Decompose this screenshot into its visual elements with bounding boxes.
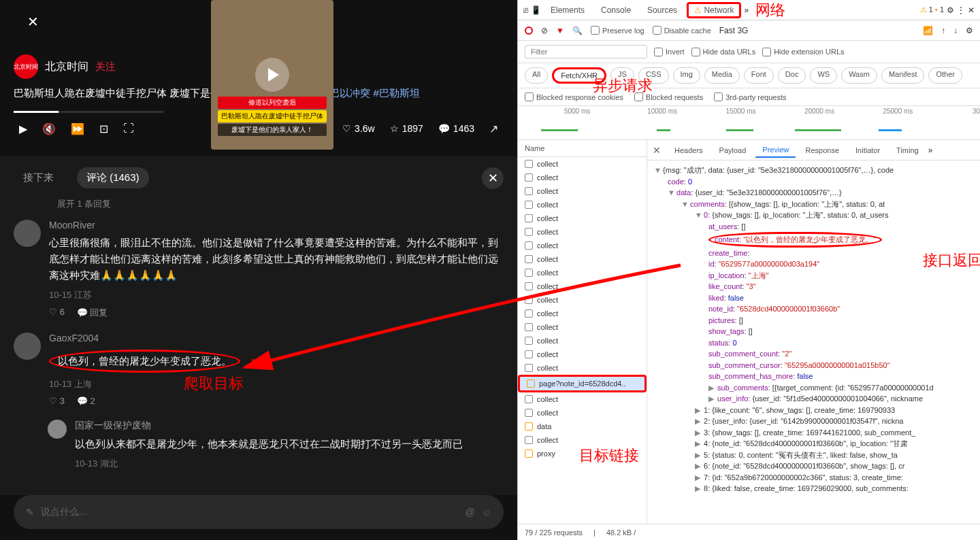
third-party[interactable]: 3rd-party requests bbox=[714, 92, 786, 101]
dock-icon[interactable]: ⋮ bbox=[957, 5, 965, 15]
tab-preview[interactable]: Preview bbox=[755, 143, 796, 158]
at-icon[interactable]: @ bbox=[465, 507, 474, 518]
comment-author[interactable]: MoonRiver bbox=[49, 220, 504, 231]
close-detail[interactable]: ✕ bbox=[653, 145, 665, 156]
request-row[interactable]: collect bbox=[518, 348, 647, 361]
chip-ws[interactable]: WS bbox=[810, 67, 837, 84]
tab-elements[interactable]: Elements bbox=[544, 3, 591, 18]
device-icon[interactable]: 📱 bbox=[531, 5, 541, 15]
inspect-icon[interactable]: ⎚ bbox=[523, 5, 528, 15]
settings-icon[interactable]: ⚙ bbox=[947, 5, 954, 15]
emoji-icon[interactable]: ☺ bbox=[482, 507, 491, 518]
expand-replies[interactable]: 展开 1 条回复 bbox=[57, 198, 504, 210]
avatar[interactable] bbox=[14, 220, 41, 247]
pip-icon[interactable]: ⊡ bbox=[99, 122, 108, 135]
like-button[interactable]: ♡ 6 bbox=[49, 307, 65, 319]
request-row[interactable]: collect bbox=[518, 361, 647, 375]
request-row[interactable]: page?note_id=6528dcd4.. bbox=[518, 375, 647, 392]
request-row[interactable]: collect bbox=[518, 280, 647, 293]
tab-sources[interactable]: Sources bbox=[640, 3, 684, 18]
reply-button[interactable]: 💬 2 bbox=[77, 396, 95, 406]
request-row[interactable]: collect bbox=[518, 293, 647, 307]
json-preview[interactable]: ▼ {msg: "成功", data: {user_id: "5e3e32180… bbox=[647, 161, 980, 524]
tab-timing[interactable]: Timing bbox=[889, 144, 926, 157]
name-header[interactable]: Name bbox=[525, 144, 544, 152]
tab-next[interactable]: 接下来 bbox=[14, 167, 63, 188]
chip-img[interactable]: Img bbox=[673, 67, 700, 84]
upload-icon[interactable]: ↑ bbox=[941, 26, 945, 35]
request-row[interactable]: collect bbox=[518, 198, 647, 212]
chip-font[interactable]: Font bbox=[744, 67, 774, 84]
tab-console[interactable]: Console bbox=[594, 3, 638, 18]
request-row[interactable]: collect bbox=[518, 266, 647, 280]
follow-button[interactable]: 关注 bbox=[95, 61, 116, 73]
invert-checkbox[interactable]: Invert bbox=[654, 48, 685, 56]
comment-input[interactable]: ✎ 说点什么... @ ☺ bbox=[14, 495, 504, 529]
request-row[interactable]: collect bbox=[518, 212, 647, 225]
more-icon[interactable]: » bbox=[928, 146, 933, 155]
progress-bar[interactable] bbox=[14, 111, 163, 113]
chip-wasm[interactable]: Wasm bbox=[841, 67, 877, 84]
disable-cache[interactable]: Disable cache bbox=[653, 26, 711, 35]
tab-comments[interactable]: 评论 (1463) bbox=[77, 167, 149, 188]
author-avatar[interactable]: 北京时间 bbox=[14, 54, 38, 79]
request-row[interactable]: collect bbox=[518, 171, 647, 184]
request-row[interactable]: collect bbox=[518, 334, 647, 348]
video-thumbnail[interactable]: 修道以列空袭后 巴勒斯坦人跪在废墟中徒手挖尸体 废墟下是他们的亲人家人！ bbox=[211, 0, 333, 150]
chip-doc[interactable]: Doc bbox=[778, 67, 806, 84]
request-row[interactable]: collect bbox=[518, 239, 647, 252]
clear-icon[interactable]: ⊘ bbox=[541, 26, 548, 35]
mute-icon[interactable]: 🔇 bbox=[42, 122, 56, 135]
hide-ext-checkbox[interactable]: Hide extension URLs bbox=[762, 48, 844, 56]
reply-button[interactable]: 💬 回复 bbox=[77, 307, 108, 319]
filter-icon[interactable]: ▼ bbox=[556, 26, 564, 35]
filter-input[interactable] bbox=[525, 45, 647, 58]
request-row[interactable]: collect bbox=[518, 433, 647, 447]
chip-other[interactable]: Other bbox=[928, 67, 962, 84]
preserve-log[interactable]: Preserve log bbox=[591, 26, 644, 35]
request-row[interactable]: collect bbox=[518, 307, 647, 320]
request-row[interactable]: collect bbox=[518, 184, 647, 198]
request-row[interactable]: data bbox=[518, 420, 647, 433]
tab-payload[interactable]: Payload bbox=[713, 144, 753, 157]
play-button[interactable]: ▶ bbox=[19, 122, 27, 135]
tab-response[interactable]: Response bbox=[798, 144, 846, 157]
author-name[interactable]: 北京时间 bbox=[45, 60, 88, 74]
like-count[interactable]: ♡ 3.6w bbox=[342, 123, 375, 134]
more-tabs[interactable]: » bbox=[744, 5, 749, 15]
throttle-select[interactable]: Fast 3G bbox=[719, 26, 749, 35]
chip-manifest[interactable]: Manifest bbox=[881, 67, 925, 84]
close-button[interactable]: ✕ bbox=[27, 14, 44, 30]
request-row[interactable]: collect bbox=[518, 406, 647, 420]
gear-icon[interactable]: ⚙ bbox=[966, 26, 973, 35]
tab-network[interactable]: ⚠ Network bbox=[687, 2, 741, 18]
comment-count[interactable]: 💬 1463 bbox=[438, 123, 474, 134]
search-icon[interactable]: 🔍 bbox=[572, 26, 583, 35]
wifi-icon[interactable]: 📶 bbox=[923, 26, 933, 35]
hide-urls-checkbox[interactable]: Hide data URLs bbox=[691, 48, 756, 56]
tab-headers[interactable]: Headers bbox=[668, 144, 710, 157]
request-row[interactable]: collect bbox=[518, 320, 647, 334]
comment-author[interactable]: 国家一级保护废物 bbox=[75, 420, 504, 432]
avatar[interactable] bbox=[48, 420, 67, 439]
speed-icon[interactable]: ⏩ bbox=[71, 122, 84, 135]
close-comments-button[interactable]: ✕ bbox=[482, 167, 504, 189]
comment-author[interactable]: GaoxF2004 bbox=[49, 333, 504, 343]
record-button[interactable] bbox=[525, 27, 533, 35]
tab-initiator[interactable]: Initiator bbox=[849, 144, 887, 157]
request-row[interactable]: collect bbox=[518, 392, 647, 406]
download-icon[interactable]: ↓ bbox=[953, 26, 958, 35]
chip-all[interactable]: All bbox=[525, 67, 548, 84]
request-row[interactable]: collect bbox=[518, 157, 647, 171]
fullscreen-icon[interactable]: ⛶ bbox=[123, 122, 134, 135]
share-icon[interactable]: ↗ bbox=[489, 122, 498, 135]
timeline[interactable]: 5000 ms 10000 ms 15000 ms 20000 ms 25000… bbox=[518, 106, 980, 140]
close-devtools[interactable]: ✕ bbox=[968, 5, 975, 15]
chip-media[interactable]: Media bbox=[704, 67, 740, 84]
star-count[interactable]: ☆ 1897 bbox=[390, 123, 423, 134]
request-row[interactable]: collect bbox=[518, 225, 647, 239]
request-row[interactable]: collect bbox=[518, 252, 647, 266]
avatar[interactable] bbox=[14, 333, 41, 360]
play-icon[interactable] bbox=[255, 58, 289, 92]
like-button[interactable]: ♡ 3 bbox=[49, 396, 65, 406]
